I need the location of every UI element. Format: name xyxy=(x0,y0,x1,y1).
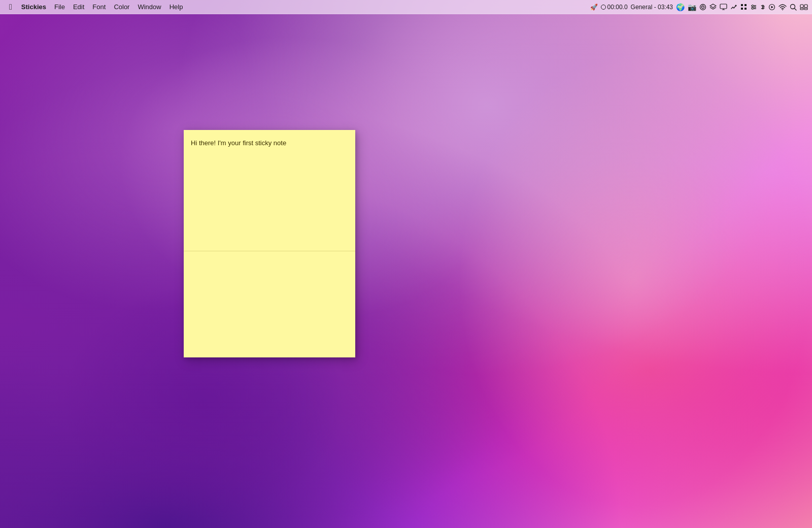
font-menu[interactable]: Font xyxy=(88,2,110,12)
svg-point-12 xyxy=(754,6,756,8)
wifi-icon[interactable] xyxy=(779,4,787,10)
globe-icon[interactable]: 🌍 xyxy=(676,3,685,11)
recording-time: 00:00.0 xyxy=(607,4,628,11)
rocket-icon[interactable]: 🚀 xyxy=(590,4,598,11)
wallpaper xyxy=(0,0,812,528)
search-icon[interactable] xyxy=(790,4,797,11)
grid-icon[interactable] xyxy=(740,4,747,10)
svg-rect-2 xyxy=(720,4,727,9)
svg-line-18 xyxy=(795,8,797,10)
svg-point-11 xyxy=(752,5,754,6)
menubar-right: 🚀 00:00.0 General - 03:43 🌍 📷 xyxy=(590,3,808,11)
apple-menu[interactable]:  xyxy=(4,2,17,13)
sticky-note-lower xyxy=(184,251,355,358)
file-menu[interactable]: File xyxy=(50,2,69,12)
svg-point-13 xyxy=(752,8,754,9)
svg-rect-6 xyxy=(741,8,743,10)
recording-dot xyxy=(601,5,606,10)
edit-menu[interactable]: Edit xyxy=(69,2,88,12)
svg-rect-21 xyxy=(800,8,803,10)
sticky-note-upper: Hi there! I'm your first sticky note xyxy=(184,130,355,251)
photo-icon[interactable]: 📷 xyxy=(688,3,696,11)
window-menu[interactable]: Window xyxy=(133,2,165,12)
svg-rect-5 xyxy=(745,4,747,6)
play-icon[interactable] xyxy=(768,4,775,11)
color-menu[interactable]: Color xyxy=(110,2,133,12)
svg-rect-20 xyxy=(804,5,807,8)
annotation-icon[interactable] xyxy=(730,4,737,11)
menubar:  Stickies File Edit Font Color Window H… xyxy=(0,0,812,14)
svg-point-1 xyxy=(702,6,704,8)
sticky-note[interactable]: Hi there! I'm your first sticky note xyxy=(184,130,355,357)
settings-icon[interactable] xyxy=(750,4,757,11)
svg-rect-4 xyxy=(741,4,743,6)
menubar-left:  Stickies File Edit Font Color Window H… xyxy=(4,2,187,13)
bluetooth-icon[interactable] xyxy=(760,4,765,11)
control-center-icon[interactable] xyxy=(800,4,808,10)
sticky-note-text[interactable]: Hi there! I'm your first sticky note xyxy=(191,138,348,148)
app-name-menu[interactable]: Stickies xyxy=(17,2,50,12)
wave-3 xyxy=(457,51,812,508)
layers-icon[interactable] xyxy=(709,4,717,11)
svg-point-3 xyxy=(735,5,737,6)
svg-rect-19 xyxy=(800,5,803,8)
help-menu[interactable]: Help xyxy=(165,2,187,12)
svg-point-16 xyxy=(782,9,783,10)
svg-point-0 xyxy=(700,4,706,10)
clock-label: General - 03:43 xyxy=(631,4,673,11)
recording-indicator: 00:00.0 xyxy=(601,4,628,11)
gyro-icon[interactable] xyxy=(699,4,706,11)
display-icon[interactable] xyxy=(720,4,727,10)
svg-marker-15 xyxy=(771,6,774,8)
svg-rect-7 xyxy=(745,8,747,10)
svg-rect-22 xyxy=(804,8,807,10)
